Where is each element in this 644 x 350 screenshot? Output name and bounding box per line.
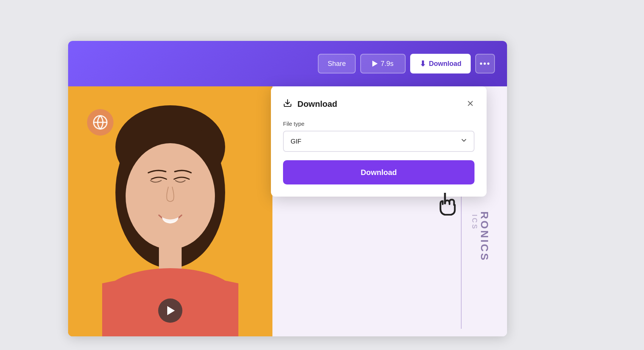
play-icon: [372, 61, 378, 67]
file-type-select[interactable]: GIF MP4 PNG PDF: [283, 131, 474, 152]
globe-overlay: [87, 109, 114, 136]
svg-point-4: [126, 143, 215, 249]
header-download-button[interactable]: ⬇ Download: [410, 54, 471, 73]
video-play-button[interactable]: [158, 298, 182, 323]
download-modal: Download File type GIF MP4 PNG PDF: [271, 86, 487, 197]
app-container: Share 7.9s ⬇ Download •••: [68, 41, 507, 336]
modal-download-button[interactable]: Download: [283, 160, 474, 184]
header-bar: Share 7.9s ⬇ Download •••: [68, 41, 507, 86]
more-options-button[interactable]: •••: [475, 54, 495, 73]
svg-rect-5: [159, 238, 182, 272]
more-label: •••: [479, 59, 490, 69]
ronics-text: RONICS: [479, 211, 490, 262]
share-label: Share: [328, 60, 346, 68]
modal-download-icon: [283, 98, 292, 110]
share-button[interactable]: Share: [318, 54, 356, 73]
download-icon: ⬇: [420, 59, 426, 68]
modal-title-group: Download: [283, 98, 337, 110]
file-type-select-wrapper: GIF MP4 PNG PDF: [283, 131, 474, 152]
video-area: [68, 86, 272, 336]
header-download-label: Download: [429, 60, 462, 68]
modal-header: Download: [283, 98, 474, 110]
play-duration-button[interactable]: 7.9s: [360, 54, 406, 73]
vertical-text: RONICS ICS: [470, 211, 490, 262]
modal-download-label: Download: [361, 168, 397, 177]
modal-close-button[interactable]: [466, 99, 474, 109]
modal-title: Download: [297, 99, 337, 109]
file-type-label: File type: [283, 120, 474, 127]
globe-icon: [92, 114, 108, 130]
duration-label: 7.9s: [381, 60, 394, 68]
play-triangle-icon: [167, 306, 175, 315]
